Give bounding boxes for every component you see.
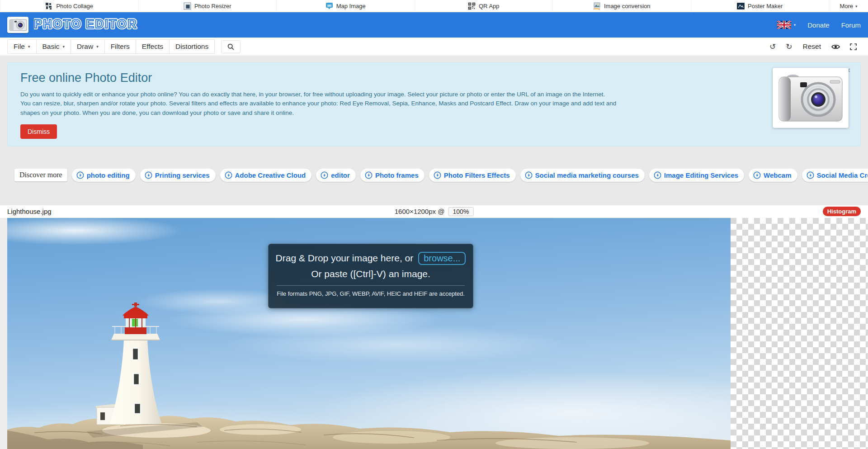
dismiss-button[interactable]: Dismiss: [20, 124, 57, 139]
language-selector[interactable]: ▾: [777, 21, 796, 29]
topbar-item-photo-collage[interactable]: Photo Collage: [0, 0, 139, 12]
chip-editor[interactable]: editor: [316, 169, 356, 182]
transparency-checkerboard: [731, 218, 868, 449]
topbar-item-label: Map Image: [336, 3, 366, 9]
menu-effects[interactable]: Effects: [136, 39, 170, 54]
menu-label: Distortions: [175, 43, 208, 51]
chevron-down-icon: ▾: [28, 44, 30, 49]
chip-label: editor: [331, 171, 350, 179]
menu-file[interactable]: File ▾: [7, 39, 37, 54]
flash-circle-icon: [145, 171, 152, 179]
preview-button[interactable]: [827, 42, 844, 52]
menu-label: Basic: [42, 43, 60, 51]
flash-circle-icon: [321, 171, 328, 179]
chip-label: Social Media Cropping: [817, 171, 868, 179]
chip-social-media-cropping[interactable]: Social Media Cropping: [802, 169, 868, 182]
undo-icon: ↺: [769, 42, 776, 52]
menu-right-tools: ↺ ↻ Reset: [765, 40, 861, 53]
chip-photo-frames[interactable]: Photo frames: [360, 169, 425, 182]
flash-circle-icon: [753, 171, 761, 179]
filename-label: Lighthouse.jpg: [7, 208, 52, 215]
search-icon: [227, 43, 234, 50]
app-header: PHOTO EDITOR PHOTO EDITOR ▾ Donate Forum: [0, 12, 868, 38]
menu-label: Effects: [142, 43, 163, 51]
flash-circle-icon: [225, 171, 232, 179]
histogram-button[interactable]: Histogram: [823, 207, 861, 216]
flash-circle-icon: [365, 171, 373, 179]
chip-label: Webcam: [764, 171, 791, 179]
discover-more-row: Discover more photo editing Printing ser…: [14, 169, 854, 182]
poster-maker-icon: [737, 2, 745, 10]
flash-circle-icon: [434, 171, 441, 179]
eye-icon: [831, 44, 840, 50]
menu-basic[interactable]: Basic ▾: [37, 39, 71, 54]
topbar-more-menu[interactable]: More ▾: [829, 0, 868, 12]
chevron-down-icon: ▾: [794, 23, 796, 27]
discover-more-label: Discover more: [14, 169, 67, 181]
chip-adobe-creative-cloud[interactable]: Adobe Creative Cloud: [220, 169, 312, 182]
menu-label: Filters: [111, 43, 130, 51]
chip-label: Social media marketing courses: [535, 171, 639, 179]
menu-distortions[interactable]: Distortions: [170, 39, 215, 54]
drag-drop-zone[interactable]: Drag & Drop your image here, or browse..…: [268, 244, 473, 308]
chip-image-editing-services[interactable]: Image Editing Services: [649, 169, 744, 182]
menu-draw[interactable]: Draw ▾: [71, 39, 105, 54]
chip-printing-services[interactable]: Printing services: [140, 169, 216, 182]
chip-label: photo editing: [87, 171, 130, 179]
donate-link[interactable]: Donate: [807, 21, 829, 29]
topbar-item-poster-maker[interactable]: Poster Maker: [691, 0, 830, 12]
info-banner: × Free online Photo Editor Do you want t…: [7, 62, 861, 147]
chevron-down-icon: ▾: [96, 44, 99, 49]
svg-text:PHOTO EDITOR: PHOTO EDITOR: [34, 17, 137, 31]
chip-webcam[interactable]: Webcam: [749, 169, 797, 182]
fullscreen-button[interactable]: [846, 42, 861, 52]
flash-circle-icon: [807, 171, 814, 179]
browse-button[interactable]: browse...: [418, 252, 466, 265]
banner-paragraph-2: You can resize, blur, sharpen and/or rot…: [20, 99, 631, 118]
redo-button[interactable]: ↻: [782, 40, 796, 53]
redo-icon: ↻: [786, 42, 792, 52]
header-right: ▾ Donate Forum: [777, 21, 861, 29]
file-info-bar: Lighthouse.jpg 1600×1200px @ 100% Histog…: [0, 205, 868, 218]
banner-paragraph-1: Do you want to quickly edit or enhance y…: [20, 90, 631, 99]
topbar-item-label: Photo Collage: [56, 3, 93, 9]
fullscreen-icon: [850, 43, 857, 50]
menu-group: File ▾ Basic ▾ Draw ▾ Filters Effects Di…: [7, 39, 215, 54]
menu-filters[interactable]: Filters: [105, 39, 136, 54]
dropzone-divider: [277, 285, 465, 286]
qr-code-icon: [468, 2, 476, 10]
resize-icon: [184, 2, 191, 10]
topbar-item-map-image[interactable]: MI Map Image: [277, 0, 415, 12]
topbar-more-label: More: [840, 3, 853, 9]
uk-flag-icon: [777, 21, 791, 29]
camera-logo-icon: [9, 18, 27, 32]
camera-illustration: [777, 71, 844, 125]
image-conversion-icon: 2img: [593, 2, 601, 10]
forum-link[interactable]: Forum: [841, 21, 861, 29]
svg-text:2img: 2img: [594, 7, 600, 10]
chevron-down-icon: ▾: [855, 4, 858, 9]
chip-social-media-marketing-courses[interactable]: Social media marketing courses: [520, 169, 645, 182]
chip-photo-filters-effects[interactable]: Photo Filters Effects: [429, 169, 516, 182]
menu-label: File: [14, 43, 25, 51]
zoom-level-selector[interactable]: 100%: [448, 207, 473, 216]
topbar-item-image-conversion[interactable]: 2img Image conversion: [553, 0, 691, 12]
reset-button[interactable]: Reset: [798, 40, 826, 53]
topbar-item-label: Poster Maker: [748, 3, 783, 9]
search-button[interactable]: [221, 40, 241, 53]
chip-label: Photo Filters Effects: [444, 171, 510, 179]
undo-button[interactable]: ↺: [765, 40, 780, 53]
topbar-item-qr-app[interactable]: QR App: [415, 0, 553, 12]
app-logo-camera[interactable]: [7, 17, 28, 33]
flash-circle-icon: [76, 171, 84, 179]
topbar-item-photo-resizer[interactable]: Photo Resizer: [139, 0, 277, 12]
svg-text:MI: MI: [327, 4, 331, 8]
photo-editor-app: Photo Collage Photo Resizer MI Map Image…: [0, 0, 868, 449]
chip-photo-editing[interactable]: photo editing: [72, 169, 136, 182]
flash-circle-icon: [525, 171, 533, 179]
editor-canvas: Drag & Drop your image here, or browse..…: [0, 218, 868, 449]
chip-label: Image Editing Services: [664, 171, 738, 179]
lighthouse-photo[interactable]: Drag & Drop your image here, or browse..…: [7, 218, 731, 449]
top-app-bar: Photo Collage Photo Resizer MI Map Image…: [0, 0, 868, 12]
menu-label: Draw: [77, 43, 93, 51]
